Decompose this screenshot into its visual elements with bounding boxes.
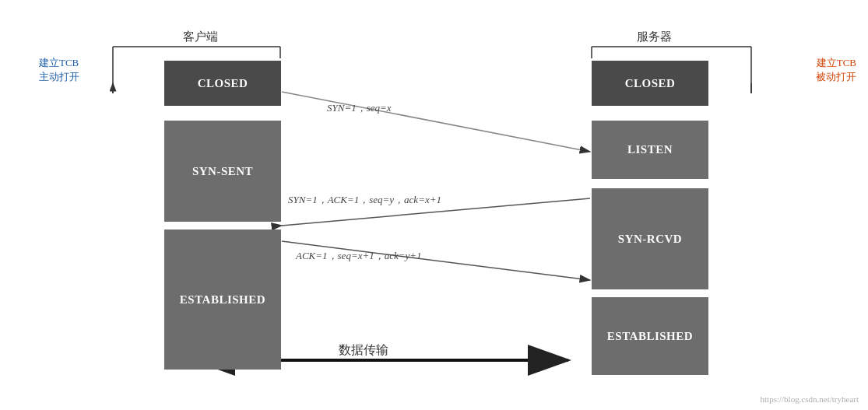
msg1-label: SYN=1，seq=x: [327, 101, 392, 115]
left-side-label: 建立TCB 主动打开: [39, 56, 79, 84]
right-side-label: 建立TCB 被动打开: [816, 56, 856, 84]
data-transfer-label: 数据传输: [339, 342, 388, 359]
client-header: 客户端: [183, 30, 218, 44]
client-established-box: ESTABLISHED: [164, 230, 281, 370]
listen-box: LISTEN: [592, 121, 708, 179]
syn-sent-box: SYN-SENT: [164, 121, 281, 222]
syn-rcvd-box: SYN-RCVD: [592, 188, 708, 289]
server-header: 服务器: [637, 30, 672, 44]
server-established-box: ESTABLISHED: [592, 297, 708, 375]
diagram-container: 客户端 服务器 建立TCB 主动打开 建立TCB 被动打开 CLOSED CLO…: [0, 0, 868, 410]
client-closed-box: CLOSED: [164, 61, 281, 106]
msg2-label: SYN=1，ACK=1，seq=y，ack=x+1: [288, 193, 441, 207]
watermark: https://blog.csdn.net/tryheart: [761, 394, 859, 404]
msg3-label: ACK=1，seq=x+1，ack=y+1: [296, 249, 422, 263]
server-closed-box: CLOSED: [592, 61, 708, 106]
